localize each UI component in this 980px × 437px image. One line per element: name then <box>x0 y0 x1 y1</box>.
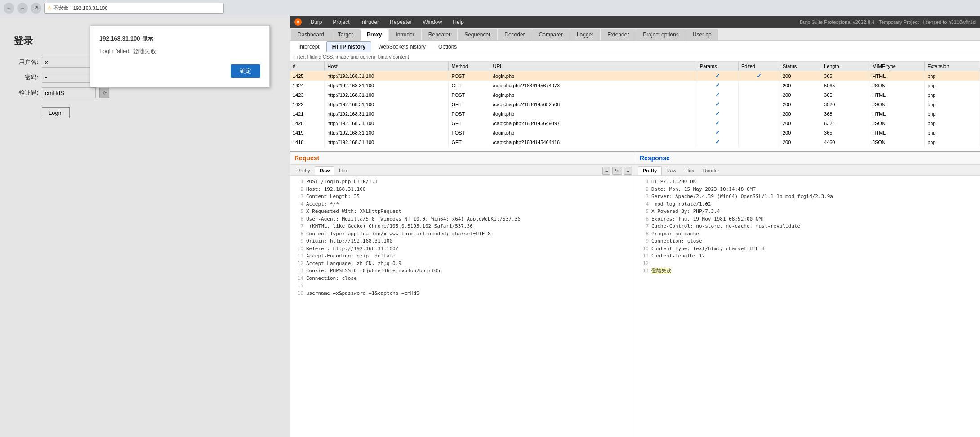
tab-project-options[interactable]: Project options <box>636 29 685 40</box>
request-line: 11Accept-Encoding: gzip, deflate <box>294 252 631 260</box>
subtab-options[interactable]: Options <box>432 41 463 52</box>
table-row[interactable]: 1421 http://192.168.31.100 POST /login.p… <box>290 109 980 118</box>
cell-params: ✓ <box>697 118 738 128</box>
cell-id: 1422 <box>290 99 325 109</box>
tab-dashboard[interactable]: Dashboard <box>291 29 331 40</box>
res-tab-hex[interactable]: Hex <box>681 167 699 175</box>
col-header-url[interactable]: URL <box>490 62 697 71</box>
cell-ext: php <box>925 137 980 147</box>
menu-help[interactable]: Help <box>451 19 466 25</box>
security-label: 不安全 <box>53 5 68 11</box>
cell-ext: php <box>925 71 980 81</box>
cell-method: POST <box>449 90 490 99</box>
cell-host: http://192.168.31.100 <box>325 99 449 109</box>
dialog-overlay: 192.168.31.100 显示 Login failed: 登陆失败 确定 <box>0 16 290 437</box>
cell-host: http://192.168.31.100 <box>325 137 449 147</box>
cell-ext: php <box>925 90 980 99</box>
table-row[interactable]: 1420 http://192.168.31.100 GET /captcha.… <box>290 118 980 128</box>
back-button[interactable]: ← <box>4 3 14 14</box>
cell-status: 200 <box>780 109 821 118</box>
subtab-http-history[interactable]: HTTP history <box>326 41 371 52</box>
req-tab-pretty[interactable]: Pretty <box>293 167 315 175</box>
tab-intruder[interactable]: Intruder <box>389 29 421 40</box>
req-toolbar-format[interactable]: ≡ <box>624 167 632 175</box>
col-header-params[interactable]: Params <box>697 62 738 71</box>
cell-length: 5065 <box>821 81 869 90</box>
cell-id: 1421 <box>290 109 325 118</box>
tab-extender[interactable]: Extender <box>601 29 636 40</box>
cell-length: 4460 <box>821 137 869 147</box>
res-tab-render[interactable]: Render <box>699 167 724 175</box>
tab-logger[interactable]: Logger <box>570 29 600 40</box>
response-line: 2Date: Mon, 15 May 2023 10:14:48 GMT <box>639 186 976 194</box>
tab-target[interactable]: Target <box>331 29 360 40</box>
cell-host: http://192.168.31.100 <box>325 71 449 81</box>
menu-burp[interactable]: Burp <box>309 19 324 25</box>
table-row[interactable]: 1425 http://192.168.31.100 POST /login.p… <box>290 71 980 81</box>
res-tab-pretty[interactable]: Pretty <box>638 166 662 175</box>
cell-method: POST <box>449 109 490 118</box>
menu-project[interactable]: Project <box>331 19 351 25</box>
req-toolbar-newline[interactable]: \n <box>612 167 622 175</box>
forward-button[interactable]: → <box>17 3 28 14</box>
tab-user-options[interactable]: User op <box>686 29 718 40</box>
subtab-websockets[interactable]: WebSockets history <box>372 41 432 52</box>
cell-status: 200 <box>780 99 821 109</box>
req-tab-hex[interactable]: Hex <box>334 167 352 175</box>
dialog-ok-button[interactable]: 确定 <box>231 64 260 78</box>
burp-main-tabs: Dashboard Target Proxy Intruder Repeater… <box>290 28 980 41</box>
menu-window[interactable]: Window <box>421 19 444 25</box>
col-header-length[interactable]: Length <box>821 62 869 71</box>
col-header-id[interactable]: # <box>290 62 325 71</box>
req-toolbar-wrap[interactable]: ≡ <box>602 167 610 175</box>
history-table-body: 1425 http://192.168.31.100 POST /login.p… <box>290 71 980 147</box>
subtab-intercept[interactable]: Intercept <box>293 41 325 52</box>
table-row[interactable]: 1419 http://192.168.31.100 POST /login.p… <box>290 128 980 137</box>
cell-status: 200 <box>780 71 821 81</box>
refresh-button[interactable]: ↺ <box>31 3 41 14</box>
tab-decoder[interactable]: Decoder <box>498 29 531 40</box>
response-panel: Response Pretty Raw Hex Render 1HTTP/1.1… <box>635 152 980 437</box>
col-header-status[interactable]: Status <box>780 62 821 71</box>
col-header-host[interactable]: Host <box>325 62 449 71</box>
req-tab-raw[interactable]: Raw <box>315 166 335 175</box>
col-header-mime[interactable]: MIME type <box>869 62 925 71</box>
request-line: 15 <box>294 282 631 290</box>
dialog-box: 192.168.31.100 显示 Login failed: 登陆失败 确定 <box>90 25 270 87</box>
menu-intruder[interactable]: Intruder <box>359 19 381 25</box>
menu-repeater[interactable]: Repeater <box>388 19 414 25</box>
cell-id: 1425 <box>290 71 325 81</box>
request-line: 16username =x&password =1&captcha =cmHdS <box>294 290 631 297</box>
tab-sequencer[interactable]: Sequencer <box>458 29 497 40</box>
response-line: 8Pragma: no-cache <box>639 230 976 238</box>
table-row[interactable]: 1424 http://192.168.31.100 GET /captcha.… <box>290 81 980 90</box>
tab-repeater[interactable]: Repeater <box>422 29 457 40</box>
cell-url: /captcha.php?1684145649397 <box>490 118 697 128</box>
tab-proxy[interactable]: Proxy <box>360 29 388 41</box>
request-line: 4Accept: */* <box>294 201 631 208</box>
address-bar[interactable]: ⚠ 不安全 | 192.168.31.100 <box>44 3 224 14</box>
burp-logo: B <box>294 18 302 26</box>
cell-host: http://192.168.31.100 <box>325 118 449 128</box>
request-header: Request <box>290 152 635 165</box>
response-line: 3Server: Apache/2.4.39 (Win64) OpenSSL/1… <box>639 193 976 201</box>
proxy-sub-tabs: Intercept HTTP history WebSockets histor… <box>290 41 980 52</box>
table-row[interactable]: 1422 http://192.168.31.100 GET /captcha.… <box>290 99 980 109</box>
col-header-ext[interactable]: Extension <box>925 62 980 71</box>
col-header-edited[interactable]: Edited <box>738 62 780 71</box>
http-history-table: # Host Method URL Params Edited Status L… <box>290 62 980 147</box>
col-header-method[interactable]: Method <box>449 62 490 71</box>
cell-status: 200 <box>780 128 821 137</box>
cell-params: ✓ <box>697 128 738 137</box>
filter-bar[interactable]: Filter: Hiding CSS, image and general bi… <box>290 52 980 62</box>
response-line: 11Content-Length: 12 <box>639 252 976 260</box>
table-row[interactable]: 1418 http://192.168.31.100 GET /captcha.… <box>290 137 980 147</box>
table-row[interactable]: 1423 http://192.168.31.100 POST /login.p… <box>290 90 980 99</box>
req-res-container: Request Pretty Raw Hex ≡ \n ≡ 1POST /log… <box>290 152 980 437</box>
cell-params: ✓ <box>697 90 738 99</box>
tab-comparer[interactable]: Comparer <box>532 29 570 40</box>
request-line: 2Host: 192.168.31.100 <box>294 186 631 194</box>
cell-params: ✓ <box>697 137 738 147</box>
request-line: 9Origin: http://192.168.31.100 <box>294 238 631 245</box>
res-tab-raw[interactable]: Raw <box>662 167 681 175</box>
